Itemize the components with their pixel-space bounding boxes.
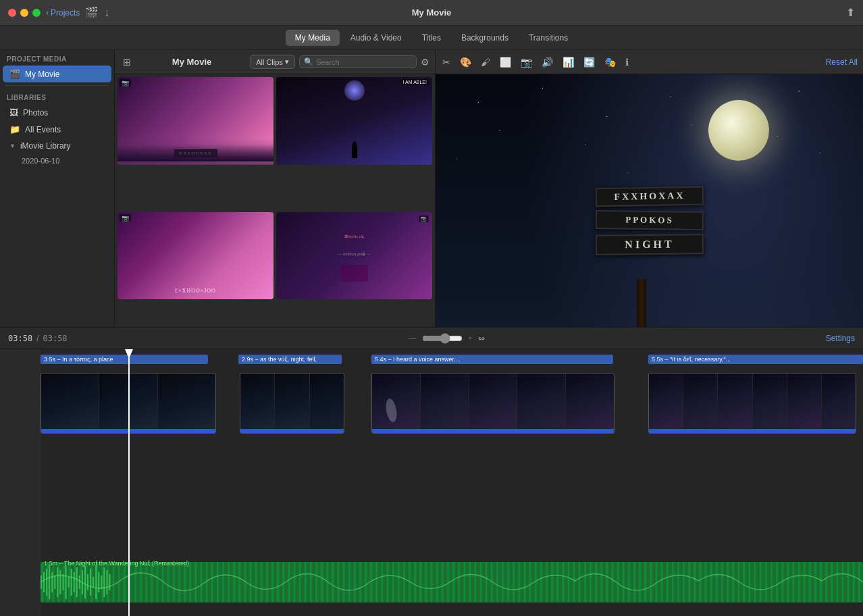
zoom-slider[interactable] bbox=[422, 333, 463, 344]
sidebar-item-imovie-library[interactable]: ▼ iMovie Library bbox=[3, 138, 111, 154]
search-icon: 🔍 bbox=[304, 57, 313, 66]
film-icon: 🎬 bbox=[9, 69, 20, 79]
share-icon[interactable]: ⬆ bbox=[846, 6, 855, 19]
timecode-display: 03:58 / 03:58 bbox=[8, 334, 68, 343]
timeline-clip-4[interactable] bbox=[648, 373, 856, 434]
tab-audio-video[interactable]: Audio & Video bbox=[341, 30, 411, 46]
zoom-arrows-icon[interactable]: ⇔ bbox=[478, 334, 485, 343]
clip-label-1: 3.5s – In a τόπος, a place bbox=[41, 355, 208, 364]
clip-item-2[interactable]: I AM ABLE! bbox=[276, 77, 432, 165]
sign-2: PPOKOS bbox=[595, 210, 703, 230]
moon bbox=[708, 100, 769, 161]
zoom-controls: — + ⇔ bbox=[409, 333, 485, 344]
timeline-left-panel bbox=[0, 349, 41, 616]
timeline-clip-3[interactable] bbox=[371, 373, 614, 434]
camera-icon-3: 📷 bbox=[120, 214, 131, 222]
timeline-area: 03:58 / 03:58 — + ⇔ Settings 3.5s – In a… bbox=[0, 327, 863, 616]
tab-backgrounds[interactable]: Backgrounds bbox=[452, 30, 518, 46]
playhead bbox=[128, 349, 130, 616]
window-title: My Movie bbox=[412, 7, 452, 18]
crop-tool-icon[interactable]: ✂ bbox=[441, 55, 452, 69]
back-projects-button[interactable]: ‹ Projects bbox=[46, 8, 80, 18]
audio-tool-icon[interactable]: 🔊 bbox=[540, 55, 554, 69]
timeline-body: 3.5s – In a τόπος, a place 2.9s – as the… bbox=[0, 349, 863, 616]
download-icon[interactable]: ↓ bbox=[104, 7, 109, 19]
search-box: 🔍 bbox=[299, 55, 417, 68]
traffic-lights bbox=[8, 9, 41, 17]
camera-icon-1: 📷 bbox=[120, 79, 131, 87]
color-tool-icon[interactable]: 🎨 bbox=[459, 55, 473, 69]
titlebar: ‹ Projects 🎬 ↓ My Movie ⬆ bbox=[0, 0, 863, 26]
clip-label-2: 2.9s – as the νύξ, night, fell, bbox=[238, 355, 342, 364]
waveform-svg bbox=[41, 562, 863, 602]
all-clips-button[interactable]: All Clips ▾ bbox=[250, 55, 295, 69]
stabilize-tool-icon[interactable]: 🔄 bbox=[582, 55, 596, 69]
tab-transitions[interactable]: Transitions bbox=[519, 30, 577, 46]
sidebar-item-my-movie[interactable]: 🎬 My Movie bbox=[3, 66, 111, 82]
preview-toolbar: ✂ 🎨 🖌 ⬜ 📷 🔊 📊 🔄 🎭 ℹ Reset All bbox=[436, 50, 863, 74]
toggle-sidebar-button[interactable]: ⊞ bbox=[120, 55, 134, 69]
clip-label-4: 5.5s – "It is δεῖ, necessary,"... bbox=[648, 355, 863, 364]
frame-tool-icon[interactable]: ⬜ bbox=[498, 55, 513, 69]
clip-labels-row: 3.5s – In a τόπος, a place 2.9s – as the… bbox=[41, 355, 863, 369]
maximize-button[interactable] bbox=[32, 9, 41, 17]
dropdown-arrow-icon: ▾ bbox=[285, 57, 289, 66]
sidebar-divider-1 bbox=[5, 85, 109, 86]
sign-3: NIGHT bbox=[595, 234, 703, 255]
audio-track-label: 1.5m – The Night of the Wandering Νύξ (R… bbox=[44, 560, 189, 567]
info-tool-icon[interactable]: ℹ bbox=[624, 55, 630, 69]
clip-label-3: 5.4s – I heard a voice answer,... bbox=[371, 355, 613, 364]
timecode-total: 03:58 bbox=[43, 334, 67, 343]
timecode-separator: / bbox=[36, 334, 38, 343]
photos-icon: 🖼 bbox=[9, 107, 18, 118]
timeline-header: 03:58 / 03:58 — + ⇔ Settings bbox=[0, 328, 863, 349]
media-title: My Movie bbox=[138, 57, 246, 67]
project-media-label: PROJECT MEDIA bbox=[0, 50, 114, 66]
paint-tool-icon[interactable]: 🖌 bbox=[479, 55, 492, 69]
titlebar-left: ‹ Projects 🎬 ↓ bbox=[8, 6, 109, 19]
camera-tool-icon[interactable]: 📷 bbox=[519, 55, 533, 69]
timeline-clip-2[interactable] bbox=[240, 373, 344, 434]
sidebar-item-photos[interactable]: 🖼 Photos bbox=[3, 104, 111, 121]
top-tabs: My Media Audio & Video Titles Background… bbox=[0, 26, 863, 50]
tab-titles[interactable]: Titles bbox=[413, 30, 450, 46]
audio-waveform[interactable] bbox=[41, 562, 863, 602]
toolbar-icons: ✂ 🎨 🖌 ⬜ 📷 🔊 📊 🔄 🎭 ℹ bbox=[441, 55, 630, 69]
minimize-button[interactable] bbox=[20, 9, 28, 17]
zoom-out-icon[interactable]: — bbox=[409, 334, 417, 343]
sidebar-item-all-events[interactable]: 📁 All Events bbox=[3, 121, 111, 138]
sign-1: FXXHOXAX bbox=[595, 186, 703, 207]
filmstrip-icon[interactable]: 🎬 bbox=[85, 6, 99, 19]
libraries-label: LIBRARIES bbox=[0, 88, 114, 104]
sign-boards: FXXHOXAX PPOKOS NIGHT bbox=[596, 187, 704, 255]
expand-arrow-icon: ▼ bbox=[9, 143, 16, 149]
close-button[interactable] bbox=[8, 9, 16, 17]
timecode-current: 03:58 bbox=[8, 334, 32, 343]
events-icon: 📁 bbox=[9, 124, 20, 134]
tab-my-media[interactable]: My Media bbox=[286, 30, 340, 46]
chevron-left-icon: ‹ bbox=[46, 8, 49, 18]
search-input[interactable] bbox=[316, 58, 412, 66]
chart-tool-icon[interactable]: 📊 bbox=[561, 55, 575, 69]
clip-item-4[interactable]: 📷 ὁδηγός εἰς — σελήνη γελᾷ — bbox=[276, 212, 432, 300]
sidebar-item-date[interactable]: 2020-06-10 bbox=[3, 154, 111, 168]
clip-item-3[interactable]: £×XHOO×JOO 📷 bbox=[117, 212, 273, 300]
reset-all-button[interactable]: Reset All bbox=[826, 57, 858, 67]
zoom-in-icon[interactable]: + bbox=[468, 334, 473, 343]
settings-button[interactable]: Settings bbox=[826, 334, 855, 343]
clip-item-1[interactable]: אXXHOXAX 📷 bbox=[117, 77, 273, 165]
titlebar-right: ⬆ bbox=[846, 6, 855, 19]
media-toolbar: ⊞ My Movie All Clips ▾ 🔍 ⚙ bbox=[115, 50, 435, 74]
effect-tool-icon[interactable]: 🎭 bbox=[603, 55, 617, 69]
gear-button[interactable]: ⚙ bbox=[421, 57, 429, 68]
